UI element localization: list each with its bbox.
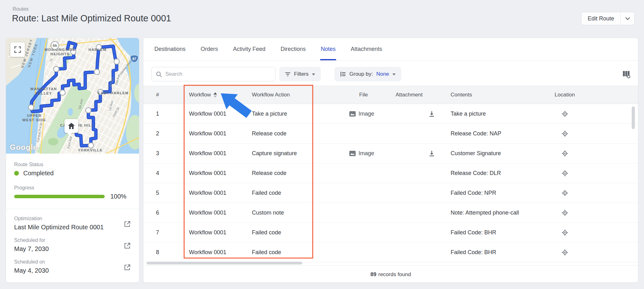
records-label: records found [378,271,411,278]
filter-icon [285,72,291,77]
detail-label: Optimization [14,216,131,221]
workflow-cell: Workflow 0001 [189,243,226,262]
tab-directions[interactable]: Directions [280,38,306,60]
svg-text:UPPER: UPPER [27,114,42,117]
filters-button[interactable]: Filters [279,67,321,81]
image-icon [349,111,356,117]
tab-orders[interactable]: Orders [201,38,218,60]
chevron-down-icon [392,74,396,75]
download-icon [429,150,435,156]
column-header-file[interactable]: File [345,86,382,104]
route-details-list: Optimization Last Mile Optimized Route 0… [6,209,139,274]
map-fullscreen-button[interactable] [10,42,25,57]
map-canvas: NEW JERSEYNEW YORKMORNINGSIDEHEIGHTSHARL… [6,38,139,154]
image-icon [349,151,356,156]
location-crosshair-icon [562,210,568,216]
workflow-action-cell: Failed code [252,223,281,242]
column-header-contents[interactable]: Contents [451,86,472,104]
notes-table-body: 1 Workflow 0001 Take a picture Image Tak… [143,104,638,262]
workflow-action-cell: Custom note [252,203,284,222]
row-number: 2 [148,124,167,143]
location-button[interactable] [549,203,580,222]
progress-bar [14,195,105,198]
column-header-attachment[interactable]: Attachment [392,86,426,104]
table-row[interactable]: 1 Workflow 0001 Take a picture Image Tak… [143,104,638,124]
contents-cell: Note: Attempted phone-call [451,203,519,222]
row-number: 6 [148,203,167,222]
contents-cell: Release Code: DLR [451,163,501,183]
external-link-icon [124,221,131,227]
horizontal-scrollbar[interactable] [147,262,302,264]
table-row[interactable]: 5 Workflow 0001 Failed code Failed Code:… [143,183,638,203]
location-crosshair-icon [562,130,568,137]
location-button[interactable] [549,223,580,242]
external-link-button[interactable] [124,264,131,272]
svg-text:MANHATTAN: MANHATTAN [31,87,57,91]
progress-bar-fill [14,195,105,198]
table-row[interactable]: 7 Workflow 0001 Failed code Failed Code:… [143,223,638,243]
search-box[interactable] [151,67,275,81]
location-crosshair-icon [562,249,568,256]
column-header-number[interactable]: # [148,86,167,104]
table-row[interactable]: 2 Workflow 0001 Release code Release Cod… [143,124,638,144]
external-link-button[interactable] [124,221,131,229]
svg-text:HARLEM: HARLEM [88,48,107,52]
fullscreen-icon [14,46,21,53]
row-number: 5 [148,183,167,203]
table-row[interactable]: 4 Workflow 0001 Release code Release Cod… [143,163,638,183]
edit-route-label: Edit Route [581,12,620,25]
tab-destinations[interactable]: Destinations [154,38,186,60]
workflow-cell: Workflow 0001 [189,163,226,183]
location-button[interactable] [549,163,580,183]
location-button[interactable] [549,243,580,262]
external-link-button[interactable] [124,242,131,250]
column-settings-button[interactable] [621,69,632,80]
table-row[interactable]: 3 Workflow 0001 Capture signature Image … [143,144,638,163]
location-button[interactable] [549,183,580,203]
svg-text:WEST SIDE: WEST SIDE [22,118,46,122]
detail-label: Scheduled on [14,259,131,265]
tab-attachments[interactable]: Attachments [351,38,382,60]
row-number: 3 [148,144,167,163]
detail-value: May 7, 2030 [14,245,131,253]
workflow-cell: Workflow 0001 [189,104,226,123]
group-by-icon [340,72,346,77]
workflow-action-cell: Take a picture [252,104,287,123]
search-input[interactable] [165,71,266,77]
tab-notes[interactable]: Notes [321,38,336,60]
location-button[interactable] [549,124,580,143]
edit-route-dropdown[interactable] [620,12,634,25]
column-header-workflow-action[interactable]: Workflow Action [252,86,290,104]
detail-value: Last Mile Optimized Route 0001 [14,224,131,231]
workflow-cell: Workflow 0001 [189,223,226,242]
tab-activity-feed[interactable]: Activity Feed [233,38,265,60]
location-button[interactable] [549,104,580,123]
table-row[interactable]: 6 Workflow 0001 Custom note Note: Attemp… [143,203,638,223]
depot-home-marker[interactable] [64,119,78,133]
workflow-action-cell: Failed code [252,183,281,203]
table-row[interactable]: 8 Workflow 0001 Failed code Failed Code:… [143,243,638,262]
breadcrumb[interactable]: Routes [13,6,29,12]
svg-text:HEIGHTS: HEIGHTS [51,52,70,56]
edit-route-button[interactable]: Edit Route [581,12,635,25]
svg-text:VALLEY: VALLEY [36,91,52,95]
location-crosshair-icon [562,229,568,236]
home-icon [68,123,75,129]
chevron-down-icon [625,17,630,20]
download-attachment-button[interactable] [425,144,439,163]
sort-icon[interactable] [214,92,217,98]
svg-text:MORNINGSIDE: MORNINGSIDE [45,48,75,52]
download-attachment-button[interactable] [425,104,439,123]
column-header-workflow[interactable]: Workflow [189,86,217,104]
progress-section: Progress 100% [6,177,139,200]
download-icon [429,111,435,117]
columns-gear-icon [622,70,631,79]
location-crosshair-icon [562,170,568,177]
external-link-icon [124,264,131,271]
column-header-location[interactable]: Location [549,86,580,104]
location-button[interactable] [549,144,580,163]
group-by-button[interactable]: Group by: None [335,67,401,81]
vertical-scrollbar[interactable] [632,106,635,129]
location-crosshair-icon [562,190,568,196]
route-map[interactable]: NEW JERSEYNEW YORKMORNINGSIDEHEIGHTSHARL… [6,38,139,154]
